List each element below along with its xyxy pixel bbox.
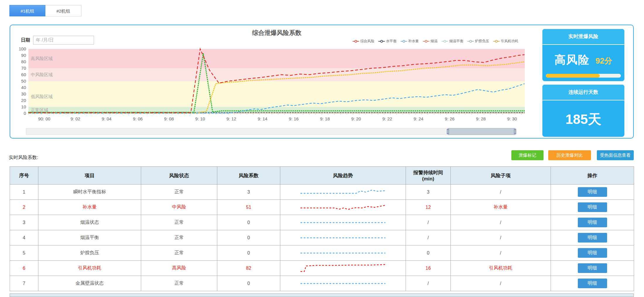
legend-item-3[interactable]: 烟温 bbox=[423, 39, 438, 44]
legend-marker-icon bbox=[378, 40, 385, 43]
y-axis-tick-label: 0 bbox=[24, 111, 26, 116]
legend-marker-icon bbox=[423, 40, 429, 43]
sub-item-cell: / bbox=[451, 215, 551, 230]
x-axis-tick-label: 9: 12 bbox=[226, 116, 236, 121]
status-cell: 高风险 bbox=[141, 261, 217, 276]
trend-sparkline bbox=[299, 186, 387, 197]
coef-cell: 51 bbox=[217, 200, 280, 215]
table-row: 5炉膛负压正常00/明细 bbox=[10, 245, 634, 261]
table-header-cell: 风险趋势 bbox=[280, 167, 406, 185]
x-axis-tick-label: 9: 16 bbox=[289, 116, 298, 121]
sub-item-cell: 补水量 bbox=[451, 200, 551, 215]
risk-trend-chart[interactable]: 高风险区域中风险区域低风险区域正常区域010203040506070809010… bbox=[10, 25, 634, 139]
seq-cell: 6 bbox=[10, 261, 38, 276]
status-cell: 正常 bbox=[141, 276, 217, 291]
y-axis-tick-label: 30 bbox=[21, 91, 26, 96]
x-axis-tick-label: 9: 02 bbox=[71, 116, 80, 121]
coef-cell: 82 bbox=[217, 261, 280, 276]
item-cell: 炉膛负压 bbox=[38, 245, 141, 261]
detail-button[interactable]: 明细 bbox=[578, 248, 607, 258]
tab-unit-2[interactable]: #2机组 bbox=[45, 5, 81, 16]
sub-item-cell: 引风机功耗 bbox=[451, 261, 551, 276]
date-input[interactable] bbox=[33, 36, 94, 45]
x-axis-tick-label: 9: 04 bbox=[102, 116, 111, 121]
trend-sparkline bbox=[299, 232, 387, 243]
y-axis-tick-label: 10 bbox=[21, 104, 26, 109]
tab-unit-1[interactable]: #1机组 bbox=[9, 5, 45, 16]
x-axis-tick-label: 9: 24 bbox=[414, 116, 423, 121]
datazoom-handle[interactable] bbox=[447, 129, 449, 134]
trend-sparkline bbox=[299, 247, 387, 258]
legend-marker-icon bbox=[442, 40, 448, 43]
datazoom-selection[interactable] bbox=[448, 128, 515, 135]
unit-tab-bar: #1机组#2机组 bbox=[9, 5, 81, 16]
x-axis-tick-label: 9: 28 bbox=[476, 116, 486, 121]
realtime-risk-card-title: 实时泄爆风险 bbox=[542, 29, 624, 45]
detail-button[interactable]: 明细 bbox=[578, 218, 607, 227]
legend-label: 引风机功耗 bbox=[501, 39, 518, 44]
coef-cell: 3 bbox=[217, 185, 280, 200]
legend-marker-icon bbox=[353, 40, 359, 43]
item-cell: 烟温状态 bbox=[38, 215, 141, 230]
risk-level-value: 高风险 bbox=[554, 52, 590, 67]
alarm-cell: 16 bbox=[406, 261, 451, 276]
chart-legend: 综合风险水平衡补水量烟温烟温平衡炉膛负压引风机功耗 bbox=[353, 39, 518, 44]
legend-label: 水平衡 bbox=[386, 39, 397, 44]
realtime-risk-card: 实时泄爆风险 高风险 92分 bbox=[542, 29, 624, 81]
action-cell: 明细 bbox=[551, 261, 634, 276]
datazoom-track[interactable] bbox=[26, 128, 516, 135]
legend-item-5[interactable]: 炉膛负压 bbox=[467, 39, 489, 44]
legend-item-2[interactable]: 补水量 bbox=[401, 39, 419, 44]
alarm-cell: / bbox=[406, 215, 451, 230]
legend-item-4[interactable]: 烟温平衡 bbox=[442, 39, 463, 44]
running-days-card-title: 连续运行天数 bbox=[542, 85, 624, 100]
x-axis-tick-label: 9: 14 bbox=[258, 116, 267, 121]
item-cell: 烟温平衡 bbox=[38, 230, 141, 245]
seq-cell: 1 bbox=[10, 185, 38, 200]
y-axis-tick-label: 100 bbox=[19, 46, 26, 51]
y-axis-tick-label: 20 bbox=[21, 98, 26, 103]
y-axis-tick-label: 80 bbox=[21, 59, 26, 64]
y-axis-tick-label: 90 bbox=[21, 53, 26, 58]
status-cell: 正常 bbox=[141, 185, 217, 200]
vent-mark-button[interactable]: 泄爆标记 bbox=[511, 150, 544, 160]
table-row: 4烟温平衡正常0//明细 bbox=[10, 230, 634, 245]
trend-sparkline bbox=[299, 262, 387, 273]
alarm-cell: / bbox=[406, 276, 451, 291]
series-line-补水量 bbox=[29, 84, 525, 113]
zone-band bbox=[28, 68, 525, 81]
detail-button[interactable]: 明细 bbox=[578, 233, 607, 243]
legend-marker-icon bbox=[493, 40, 500, 43]
y-axis-tick-label: 60 bbox=[21, 72, 26, 77]
x-axis-tick-label: 9: 20 bbox=[351, 116, 361, 121]
table-header-row: 序号项目风险状态风险系数风险趋势报警持续时间 (min)风险子项操作 bbox=[10, 167, 634, 185]
history-compare-button[interactable]: 历史泄爆对比 bbox=[548, 150, 591, 160]
status-cell: 中风险 bbox=[141, 200, 217, 215]
series-line-烟温平衡 bbox=[29, 53, 525, 112]
trend-sparkline bbox=[299, 278, 387, 288]
action-cell: 明细 bbox=[551, 215, 634, 230]
table-row: 2补水量中风险5112补水量明细 bbox=[10, 200, 634, 215]
legend-item-1[interactable]: 水平衡 bbox=[378, 39, 397, 44]
x-axis-tick-label: 9: 30 bbox=[507, 116, 517, 121]
detail-button[interactable]: 明细 bbox=[578, 279, 607, 288]
datazoom-handle[interactable] bbox=[514, 129, 516, 134]
sub-item-cell: / bbox=[451, 245, 551, 261]
x-axis-tick-label: 9: 18 bbox=[320, 116, 330, 121]
legend-item-6[interactable]: 引风机功耗 bbox=[493, 39, 518, 44]
detail-button[interactable]: 明细 bbox=[578, 187, 607, 197]
action-cell: 明细 bbox=[551, 200, 634, 215]
zone-label: 正常区域 bbox=[31, 107, 48, 112]
heating-surface-info-button[interactable]: 受热面信息查看 bbox=[597, 150, 634, 160]
x-axis-tick-label: 90: 00 bbox=[38, 116, 50, 121]
status-cell: 正常 bbox=[141, 230, 217, 245]
detail-button[interactable]: 明细 bbox=[578, 263, 607, 273]
table-header-cell: 序号 bbox=[10, 167, 38, 185]
risk-score-value: 92分 bbox=[595, 56, 612, 66]
alarm-cell: 0 bbox=[406, 245, 451, 261]
detail-button[interactable]: 明细 bbox=[578, 202, 607, 212]
legend-item-0[interactable]: 综合风险 bbox=[353, 39, 374, 44]
seq-cell: 2 bbox=[10, 200, 38, 215]
status-cell: 正常 bbox=[141, 245, 217, 261]
zone-label: 低风险区域 bbox=[31, 94, 53, 99]
